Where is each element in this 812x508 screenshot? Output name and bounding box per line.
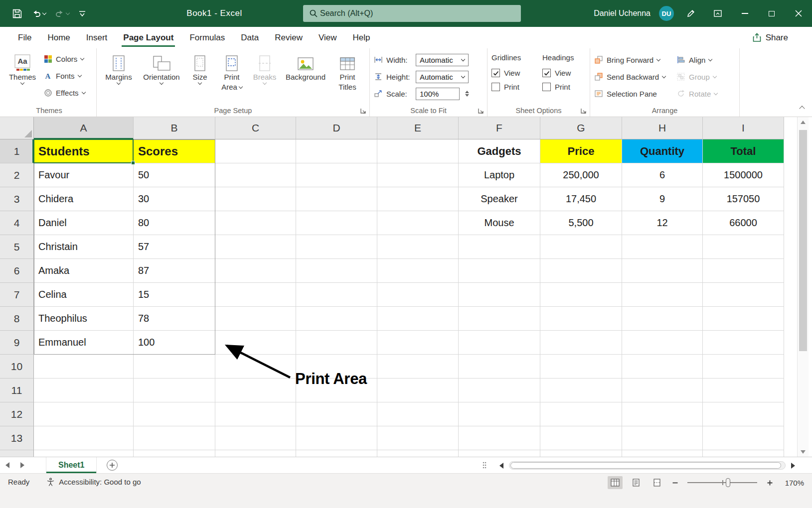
cell-F8[interactable] [459, 307, 540, 331]
scale-input[interactable]: 100% [416, 88, 460, 100]
cell-A12[interactable] [34, 402, 134, 426]
column-header-H[interactable]: H [622, 117, 703, 139]
cell-D6[interactable] [296, 259, 377, 283]
row-header-13[interactable]: 13 [0, 426, 34, 450]
print-titles-button[interactable]: Print Titles [332, 50, 363, 106]
cell-B3[interactable]: 30 [134, 187, 215, 211]
background-button[interactable]: Background [282, 50, 329, 106]
tab-splitter-handle[interactable] [483, 462, 487, 469]
cell-B10[interactable] [134, 355, 215, 379]
scroll-right-button[interactable] [788, 460, 798, 471]
zoom-slider-thumb[interactable] [726, 478, 730, 487]
cell-E7[interactable] [377, 283, 459, 307]
view-normal-button[interactable] [608, 476, 623, 489]
cell-E10[interactable] [377, 355, 459, 379]
cell-H10[interactable] [622, 355, 703, 379]
inking-button[interactable] [677, 0, 704, 27]
cell-H5[interactable] [622, 235, 703, 259]
row-header-2[interactable]: 2 [0, 163, 34, 187]
cell-G12[interactable] [540, 402, 622, 426]
next-sheet-button[interactable] [15, 462, 30, 468]
menu-tab-formulas[interactable]: Formulas [181, 27, 233, 48]
cell-I12[interactable] [703, 402, 784, 426]
cell-H13[interactable] [622, 426, 703, 450]
column-header-B[interactable]: B [134, 117, 215, 139]
cell-E11[interactable] [377, 379, 459, 402]
cell-H4[interactable]: 12 [622, 211, 703, 235]
undo-button[interactable] [29, 4, 48, 22]
account-avatar[interactable]: DU [655, 0, 677, 27]
cell-B11[interactable] [134, 379, 215, 402]
cell-G14[interactable] [540, 450, 622, 457]
checkbox-icon[interactable] [542, 83, 551, 91]
cell-E13[interactable] [377, 426, 459, 450]
customize-quick-access-button[interactable] [76, 4, 88, 22]
cell-A6[interactable]: Amaka [34, 259, 134, 283]
cell-B2[interactable]: 50 [134, 163, 215, 187]
cell-H2[interactable]: 6 [622, 163, 703, 187]
search-input[interactable]: Search (Alt+Q) [303, 5, 521, 22]
size-button[interactable]: Size [186, 50, 213, 106]
cell-C13[interactable] [215, 426, 296, 450]
scale-spinner[interactable] [465, 91, 469, 97]
menu-tab-help[interactable]: Help [344, 27, 378, 48]
gridlines-view-checkbox[interactable]: View [491, 69, 535, 77]
cell-F6[interactable] [459, 259, 540, 283]
cell-G7[interactable] [540, 283, 622, 307]
dialog-launcher-icon[interactable] [478, 108, 484, 114]
zoom-in-button[interactable] [765, 480, 774, 486]
row-header-5[interactable]: 5 [0, 235, 34, 259]
cell-C2[interactable] [215, 163, 296, 187]
cell-B4[interactable]: 80 [134, 211, 215, 235]
cell-I5[interactable] [703, 235, 784, 259]
cell-E12[interactable] [377, 402, 459, 426]
colors-button[interactable]: Colors [44, 50, 85, 67]
cell-E8[interactable] [377, 307, 459, 331]
cell-G13[interactable] [540, 426, 622, 450]
dialog-launcher-icon[interactable] [580, 108, 587, 114]
cell-C10[interactable] [215, 355, 296, 379]
row-header-10[interactable]: 10 [0, 355, 34, 379]
cell-D12[interactable] [296, 402, 377, 426]
menu-tab-view[interactable]: View [311, 27, 345, 48]
column-header-D[interactable]: D [296, 117, 377, 139]
cell-D14[interactable] [296, 450, 377, 457]
cell-C9[interactable] [215, 331, 296, 355]
menu-tab-review[interactable]: Review [267, 27, 311, 48]
cell-H8[interactable] [622, 307, 703, 331]
view-page-layout-button[interactable] [629, 476, 644, 489]
cell-D1[interactable] [296, 139, 377, 163]
row-header-4[interactable]: 4 [0, 211, 34, 235]
cell-C7[interactable] [215, 283, 296, 307]
cell-I1[interactable]: Total [703, 139, 784, 163]
cell-G11[interactable] [540, 379, 622, 402]
cell-I2[interactable]: 1500000 [703, 163, 784, 187]
cell-F10[interactable] [459, 355, 540, 379]
headings-view-checkbox[interactable]: View [542, 69, 584, 77]
fonts-button[interactable]: A Fonts [44, 67, 85, 84]
menu-tab-insert[interactable]: Insert [78, 27, 116, 48]
cell-A1[interactable]: Students [34, 139, 134, 163]
cell-C3[interactable] [215, 187, 296, 211]
cell-E5[interactable] [377, 235, 459, 259]
row-header-1[interactable]: 1 [0, 139, 34, 163]
cell-H9[interactable] [622, 331, 703, 355]
cell-D4[interactable] [296, 211, 377, 235]
headings-print-checkbox[interactable]: Print [542, 83, 584, 91]
menu-tab-home[interactable]: Home [39, 27, 78, 48]
send-backward-button[interactable]: Send Backward [594, 68, 665, 85]
cell-F11[interactable] [459, 379, 540, 402]
cell-B7[interactable]: 15 [134, 283, 215, 307]
cell-B6[interactable]: 87 [134, 259, 215, 283]
cell-E2[interactable] [377, 163, 459, 187]
row-header-11[interactable]: 11 [0, 379, 34, 402]
bring-forward-button[interactable]: Bring Forward [594, 51, 665, 68]
cell-D5[interactable] [296, 235, 377, 259]
cell-H7[interactable] [622, 283, 703, 307]
cell-B5[interactable]: 57 [134, 235, 215, 259]
scroll-up-button[interactable] [798, 117, 809, 127]
cell-B12[interactable] [134, 402, 215, 426]
cell-E4[interactable] [377, 211, 459, 235]
scroll-left-button[interactable] [496, 460, 506, 471]
cell-B13[interactable] [134, 426, 215, 450]
